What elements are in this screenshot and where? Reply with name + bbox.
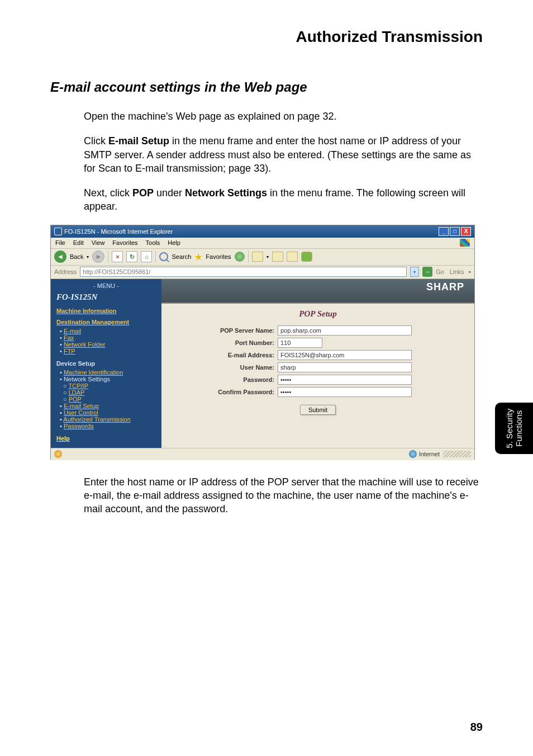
sidebar-item-authorized-transmission[interactable]: Authorized Transmission: [60, 416, 156, 423]
window-titlebar: FO-IS125N - Microsoft Internet Explorer …: [51, 225, 474, 238]
history-icon[interactable]: [235, 252, 245, 262]
chapter-title: Authorized Transmission: [50, 28, 483, 46]
globe-icon: [409, 450, 417, 458]
section-title: E-mail account settings in the Web page: [50, 79, 483, 95]
input-user-name[interactable]: [278, 362, 412, 372]
close-button[interactable]: X: [461, 227, 471, 236]
model-label: FO-IS125N: [56, 292, 156, 302]
sidebar-item-user-control[interactable]: User Control: [60, 409, 156, 416]
menu-help[interactable]: Help: [168, 239, 180, 246]
bold-email-setup: E-mail Setup: [108, 135, 169, 147]
sidebar-item-ldap[interactable]: LDAP: [63, 389, 156, 396]
input-pop-server[interactable]: [278, 325, 412, 336]
favorites-icon[interactable]: ★: [194, 252, 202, 262]
label-user-name: User Name:: [172, 364, 278, 371]
toolbar: ◄ Back ▾ ► × ↻ ⌂ Search ★ Favorites ▾: [51, 249, 474, 266]
device-setup-header: Device Setup: [56, 360, 156, 367]
separator: [155, 251, 156, 263]
thumb-line1: 5. Security: [505, 409, 514, 448]
menu-edit[interactable]: Edit: [73, 239, 84, 246]
input-password[interactable]: [278, 375, 412, 385]
sidebar-item-pop[interactable]: POP: [63, 396, 156, 403]
paragraph-1: Open the machine's Web page as explained…: [84, 110, 483, 123]
submit-button[interactable]: Submit: [300, 405, 336, 415]
link-help[interactable]: Help: [56, 435, 70, 442]
bold-network-settings: Network Settings: [185, 187, 267, 199]
sharp-logo: SHARP: [426, 281, 464, 293]
label-password: Password:: [172, 376, 278, 383]
menu-favorites[interactable]: Favorites: [112, 239, 137, 246]
zone-label: Internet: [419, 451, 440, 457]
links-label[interactable]: Links: [450, 268, 464, 275]
home-icon[interactable]: ⌂: [141, 251, 152, 262]
text: Click: [84, 135, 108, 147]
minimize-button[interactable]: _: [439, 227, 449, 236]
input-confirm-password[interactable]: [278, 387, 412, 397]
paragraph-4: Enter the host name or IP address of the…: [84, 475, 483, 516]
form-title: POP Setup: [172, 309, 464, 319]
main-content: SHARP POP Setup POP Server Name: Port Nu…: [161, 279, 474, 448]
search-icon[interactable]: [159, 252, 168, 261]
go-label: Go: [436, 268, 444, 275]
refresh-icon[interactable]: ↻: [126, 251, 137, 262]
label-email-address: E-mail Address:: [172, 352, 278, 358]
maximize-button[interactable]: □: [450, 227, 460, 236]
mail-icon[interactable]: [252, 252, 263, 262]
address-label: Address: [54, 268, 77, 275]
back-label[interactable]: Back: [70, 253, 83, 260]
sidebar-item-fax[interactable]: Fax: [60, 334, 156, 341]
links-chevron-icon[interactable]: »: [469, 270, 471, 275]
sidebar-item-network-folder[interactable]: Network Folder: [60, 341, 156, 348]
browser-screenshot: FO-IS125N - Microsoft Internet Explorer …: [50, 225, 475, 460]
label-confirm-password: Confirm Password:: [172, 389, 278, 395]
menu-sidebar: - MENU - FO-IS125N Machine Information D…: [51, 279, 161, 448]
sidebar-item-tcpip[interactable]: TCP/IP: [63, 382, 156, 389]
menu-tools[interactable]: Tools: [146, 239, 160, 246]
paragraph-2: Click E-mail Setup in the menu frame and…: [84, 134, 483, 175]
paragraph-3: Next, click POP under Network Settings i…: [84, 186, 483, 214]
input-email-address[interactable]: [278, 350, 412, 360]
windows-flag-icon: [460, 239, 470, 247]
messenger-icon[interactable]: [301, 252, 312, 262]
menubar: File Edit View Favorites Tools Help: [51, 238, 474, 249]
menu-view[interactable]: View: [92, 239, 105, 246]
forward-button[interactable]: ►: [92, 251, 104, 263]
banner: SHARP: [161, 279, 474, 304]
text: under: [154, 187, 185, 199]
favorites-label[interactable]: Favorites: [206, 253, 231, 260]
back-button[interactable]: ◄: [54, 251, 66, 263]
link-machine-information[interactable]: Machine Information: [56, 308, 156, 314]
status-bar: Internet: [51, 448, 474, 460]
url-field[interactable]: http://FOIS125CD95861/: [80, 267, 407, 277]
sidebar-item-passwords[interactable]: Passwords: [60, 423, 156, 429]
sidebar-item-machine-id[interactable]: Machine Identification: [60, 369, 156, 376]
search-label[interactable]: Search: [172, 253, 191, 260]
print-icon[interactable]: [272, 252, 283, 262]
sidebar-item-email[interactable]: E-mail: [60, 328, 156, 334]
separator: [248, 251, 249, 263]
link-destination-management[interactable]: Destination Management: [56, 319, 156, 325]
status-icon: [54, 450, 62, 458]
sidebar-item-network-settings: Network Settings TCP/IP LDAP POP: [60, 376, 156, 403]
thumb-line2: Functions: [514, 410, 524, 446]
section-thumb-tab: 5. Security Functions: [495, 403, 533, 454]
edit-icon[interactable]: [287, 252, 298, 262]
go-button[interactable]: →: [422, 267, 432, 277]
page-number: 89: [470, 721, 483, 734]
menu-header: - MENU -: [56, 282, 156, 289]
sidebar-item-email-setup[interactable]: E-mail Setup: [60, 403, 156, 409]
ie-icon: [54, 228, 62, 235]
input-port-number[interactable]: [278, 338, 322, 348]
sidebar-item-ftp[interactable]: FTP: [60, 348, 156, 355]
text: Next, click: [84, 187, 132, 199]
resize-grip[interactable]: [443, 451, 471, 457]
window-title: FO-IS125N - Microsoft Internet Explorer: [64, 228, 173, 235]
label-port-number: Port Number:: [172, 339, 278, 346]
label-pop-server: POP Server Name:: [172, 327, 278, 334]
bold-pop: POP: [132, 187, 154, 199]
address-bar: Address http://FOIS125CD95861/ ▾ → Go Li…: [51, 266, 474, 279]
stop-icon[interactable]: ×: [112, 251, 123, 262]
menu-file[interactable]: File: [55, 239, 65, 246]
separator: [108, 251, 108, 263]
url-dropdown[interactable]: ▾: [410, 267, 419, 277]
